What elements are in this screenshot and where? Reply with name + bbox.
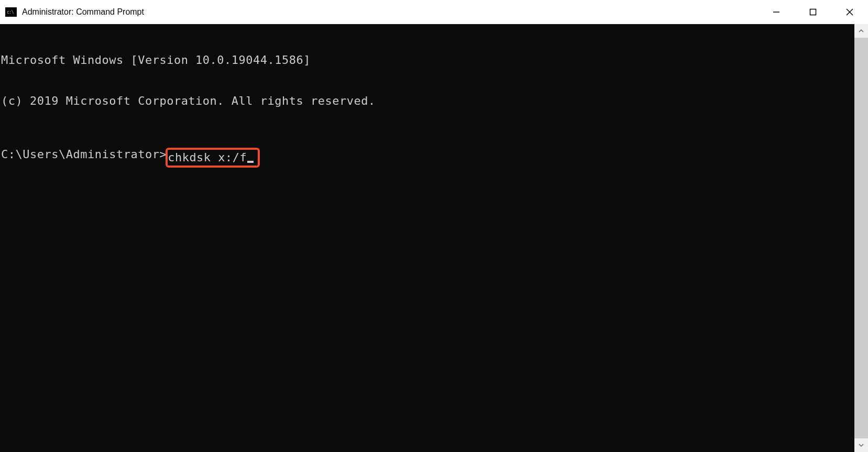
titlebar-left: Administrator: Command Prompt [5,7,144,17]
vertical-scrollbar[interactable] [854,24,868,452]
minimize-button[interactable] [758,0,795,24]
prompt-text: C:\Users\Administrator> [1,148,167,161]
chevron-up-icon [858,28,864,34]
cmd-icon [5,7,17,17]
prompt-line: C:\Users\Administrator> chkdsk x:/f [1,148,853,168]
maximize-button[interactable] [795,0,831,24]
close-icon [845,8,854,16]
close-button[interactable] [831,0,868,24]
command-highlight: chkdsk x:/f [166,148,260,168]
terminal-line-version: Microsoft Windows [Version 10.0.19044.15… [1,53,853,67]
terminal-line-copyright: (c) 2019 Microsoft Corporation. All righ… [1,94,853,108]
window-title: Administrator: Command Prompt [22,7,144,17]
maximize-icon [809,8,817,16]
window-controls [758,0,868,24]
terminal-output[interactable]: Microsoft Windows [Version 10.0.19044.15… [0,24,854,452]
scroll-thumb[interactable] [854,38,868,438]
content-area: Microsoft Windows [Version 10.0.19044.15… [0,24,868,452]
scroll-down-button[interactable] [854,438,868,452]
minimize-icon [772,8,781,16]
titlebar[interactable]: Administrator: Command Prompt [0,0,868,24]
scroll-track[interactable] [854,38,868,438]
command-prompt-window: Administrator: Command Prompt Microsoft … [0,0,868,452]
command-text: chkdsk x:/f [168,151,247,164]
text-cursor [247,161,254,163]
chevron-down-icon [858,442,864,448]
svg-rect-1 [810,9,816,15]
scroll-up-button[interactable] [854,24,868,38]
